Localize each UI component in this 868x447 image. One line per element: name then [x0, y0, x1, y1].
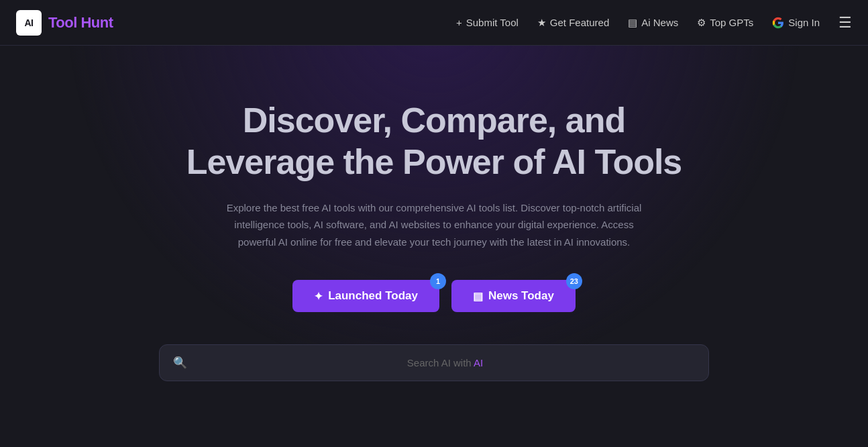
- rocket-icon: ✦: [314, 290, 323, 303]
- hero-buttons: 1 ✦ Launched Today 23 ▤ News Today: [292, 280, 576, 312]
- nav-top-gpts-label: Top GPTs: [710, 17, 753, 28]
- nav-top-gpts[interactable]: ⚙ Top GPTs: [697, 17, 753, 29]
- launched-badge: 1: [430, 273, 446, 289]
- navbar: AI Tool Hunt + Submit Tool ★ Get Feature…: [0, 0, 868, 46]
- hero-title: Discover, Compare, and Leverage the Powe…: [172, 99, 696, 183]
- search-icon: 🔍: [173, 356, 187, 370]
- star-icon: ★: [537, 17, 546, 29]
- navbar-links: + Submit Tool ★ Get Featured ▤ Ai News ⚙…: [456, 14, 852, 32]
- nav-ai-news-label: Ai News: [641, 17, 678, 28]
- logo-box: AI: [16, 10, 42, 36]
- newspaper-icon: ▤: [473, 290, 483, 303]
- search-placeholder-highlight: AI: [474, 357, 483, 368]
- brand-name[interactable]: Tool Hunt: [48, 14, 113, 32]
- google-icon: [772, 17, 784, 29]
- news-today-button[interactable]: 23 ▤ News Today: [451, 280, 576, 312]
- nav-get-featured-label: Get Featured: [550, 17, 609, 28]
- nav-submit-tool-label: Submit Tool: [466, 17, 519, 28]
- nav-submit-tool[interactable]: + Submit Tool: [456, 17, 519, 28]
- gear-icon: ⚙: [697, 17, 706, 29]
- news-icon: ▤: [628, 17, 637, 29]
- news-badge: 23: [566, 273, 582, 289]
- plus-icon: +: [456, 17, 462, 28]
- search-container: 🔍 Search AI with AI: [159, 344, 709, 381]
- search-bar[interactable]: 🔍 Search AI with AI: [159, 344, 709, 381]
- search-placeholder: Search AI with AI: [195, 357, 695, 368]
- search-placeholder-prefix: Search AI with: [407, 357, 474, 368]
- launched-today-label: Launched Today: [328, 289, 418, 303]
- nav-sign-in[interactable]: Sign In: [772, 17, 820, 29]
- logo-ai-text: AI: [25, 17, 34, 28]
- hero-subtitle: Explore the best free AI tools with our …: [226, 199, 642, 251]
- nav-ai-news[interactable]: ▤ Ai News: [628, 17, 678, 29]
- news-today-label: News Today: [488, 289, 554, 303]
- nav-sign-in-label: Sign In: [788, 17, 820, 28]
- hamburger-button[interactable]: ☰: [838, 14, 852, 32]
- hero-section: Discover, Compare, and Leverage the Powe…: [0, 46, 868, 421]
- navbar-brand: AI Tool Hunt: [16, 10, 113, 36]
- launched-today-button[interactable]: 1 ✦ Launched Today: [292, 280, 439, 312]
- nav-get-featured[interactable]: ★ Get Featured: [537, 17, 609, 29]
